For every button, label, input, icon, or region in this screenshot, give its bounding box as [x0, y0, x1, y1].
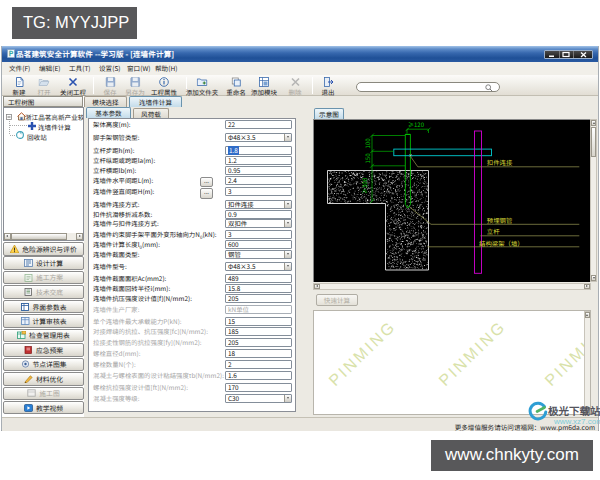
- svg-text:150: 150: [363, 152, 372, 163]
- svg-text:预埋钢管: 预埋钢管: [487, 216, 513, 225]
- svg-text:扣件连接: 扣件连接: [487, 158, 513, 167]
- svg-text:100: 100: [363, 137, 372, 148]
- svg-text:≥300: ≥300: [360, 177, 369, 194]
- svg-text:≥120: ≥120: [408, 120, 425, 129]
- svg-text:结构梁架（墙）: 结构梁架（墙）: [479, 238, 524, 247]
- svg-text:立杆: 立杆: [487, 227, 500, 236]
